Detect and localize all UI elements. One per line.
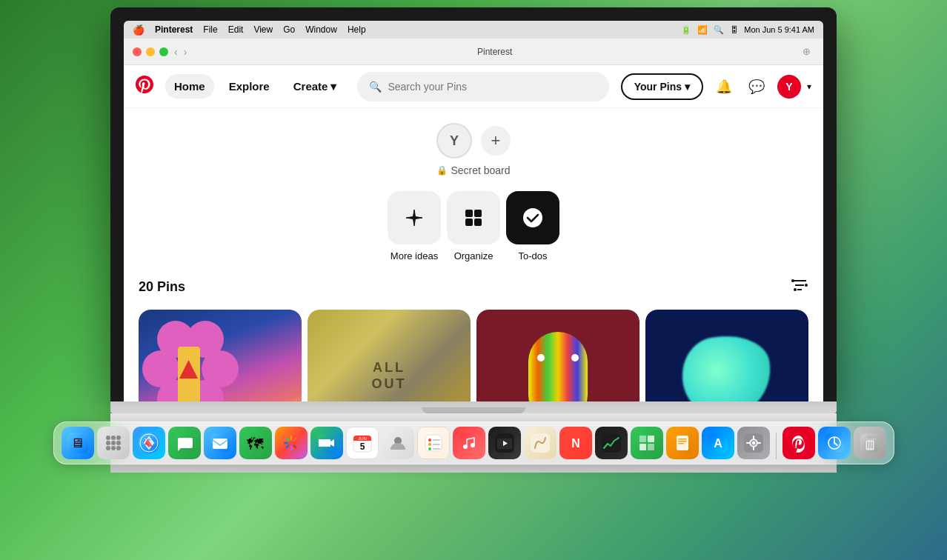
search-bar[interactable]: 🔍 [357,72,608,101]
menubar-file[interactable]: File [203,24,217,35]
menubar-wifi: 📶 [697,25,708,35]
close-button[interactable] [133,47,142,56]
search-input[interactable] [388,81,597,93]
menubar-left: 🍎 Pinterest File Edit View Go Window Hel… [133,24,366,36]
nav-create[interactable]: Create ▾ [285,74,346,99]
browser-nav: ‹ › [174,46,187,58]
pin-card[interactable] [139,310,302,401]
messages-button[interactable]: 💬 [742,72,771,101]
dock-screentime[interactable] [818,427,851,459]
user-avatar: Y [777,75,801,99]
svg-rect-54 [459,433,479,453]
add-to-board-button[interactable]: + [481,126,511,156]
user-chevron-icon[interactable]: ▾ [807,81,811,92]
user-menu-button[interactable]: Y [774,72,804,101]
menubar-go[interactable]: Go [283,24,295,35]
action-buttons: More ideas Organize [388,191,559,261]
todos-button[interactable]: To-dos [506,191,559,261]
more-ideas-label: More ideas [391,250,438,261]
menubar-control-center[interactable]: 🎛 [730,25,738,34]
dock-photos[interactable] [275,427,308,459]
dock-numbers[interactable] [631,427,663,459]
macbook-frame: 🍎 Pinterest File Edit View Go Window Hel… [110,7,837,473]
your-pins-button[interactable]: Your Pins ▾ [621,73,703,100]
apple-menu[interactable]: 🍎 [133,24,144,36]
maximize-button[interactable] [159,47,168,56]
svg-rect-51 [433,439,440,441]
svg-rect-30 [213,439,227,449]
dock-launchpad[interactable] [97,427,130,459]
pinterest-logo[interactable] [136,76,153,98]
dock-contacts[interactable] [382,427,414,459]
menubar-view[interactable]: View [253,24,273,35]
macbook-base [110,401,837,413]
dock-trash[interactable] [854,427,886,459]
organize-button[interactable]: Organize [447,191,500,261]
svg-point-50 [428,447,431,450]
dock-pinterest[interactable] [782,427,815,459]
svg-point-8 [791,279,794,282]
your-pins-chevron-icon: ▾ [685,81,690,93]
dock-safari[interactable] [133,427,165,459]
svg-rect-66 [639,444,646,450]
dock-calendar[interactable]: 5JUN [346,427,379,459]
svg-rect-70 [678,439,687,440]
nav-explore[interactable]: Explore [220,74,279,99]
menubar-search[interactable]: 🔍 [714,25,724,35]
menubar-edit[interactable]: Edit [228,24,244,35]
dock-reminders[interactable] [417,427,450,459]
svg-point-22 [111,446,116,450]
menubar-window[interactable]: Window [305,24,337,35]
menubar-battery: 🔋 [681,25,691,35]
more-ideas-button[interactable]: More ideas [388,191,441,261]
dock-mail[interactable] [204,427,236,459]
menubar-help[interactable]: Help [348,24,366,35]
dock-sysprefs[interactable] [737,427,770,459]
svg-text:5: 5 [359,441,365,452]
dock-tv[interactable] [488,427,521,459]
nav-home[interactable]: Home [165,74,214,99]
pins-header: 20 Pins [139,276,808,298]
dock-freeform[interactable] [524,427,556,459]
dock-stocks[interactable] [595,427,628,459]
svg-text:N: N [571,437,580,450]
create-chevron-icon: ▾ [330,80,336,93]
notifications-button[interactable]: 🔔 [709,72,739,101]
svg-rect-1 [474,210,482,217]
svg-rect-0 [465,210,473,217]
menubar-app[interactable]: Pinterest [155,24,193,35]
board-header: Y + 🔒 Secret board [436,123,511,176]
pin-card[interactable]: ALLOUT [308,310,471,401]
browser-action[interactable]: ⊕ [803,46,814,58]
dock-news[interactable]: N [559,427,592,459]
svg-rect-67 [648,444,654,450]
dock-pages[interactable] [666,427,699,459]
filter-button[interactable] [791,276,808,298]
dock-music[interactable] [453,427,485,459]
svg-point-20 [116,441,121,445]
main-content: Y + 🔒 Secret board [124,108,823,401]
svg-text:🗺: 🗺 [247,435,264,453]
more-ideas-icon [388,191,441,244]
svg-point-48 [428,439,431,441]
dock-maps[interactable]: 🗺 [239,427,272,459]
secret-text: Secret board [451,164,510,176]
create-label: Create [293,80,328,93]
svg-point-17 [116,436,121,440]
search-icon: 🔍 [369,81,382,93]
dock-messages[interactable] [168,427,201,459]
svg-rect-89 [864,439,876,441]
dock-appstore[interactable]: A [702,427,734,459]
forward-button[interactable]: › [184,46,187,58]
svg-line-35 [293,446,296,448]
minimize-button[interactable] [146,47,155,56]
pin-card[interactable] [645,310,808,401]
dock-facetime[interactable] [310,427,343,459]
back-button[interactable]: ‹ [174,46,178,58]
dock-finder[interactable]: 🖥 [62,427,94,459]
svg-rect-2 [465,219,473,226]
svg-line-37 [286,446,288,448]
svg-point-18 [106,441,110,445]
browser-chrome: ‹ › Pinterest ⊕ [124,39,823,65]
pin-card[interactable] [476,310,639,401]
